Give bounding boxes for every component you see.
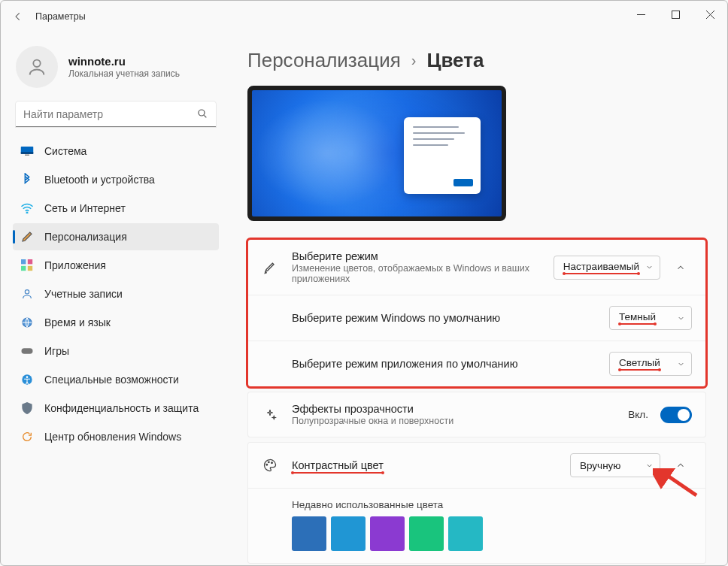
transparency-group: Эффекты прозрачности Полупрозрачные окна… (247, 392, 706, 437)
svg-point-15 (26, 376, 29, 378)
profile-info: winnote.ru Локальная учетная запись (68, 55, 180, 79)
search-box (16, 101, 216, 127)
back-button[interactable] (7, 5, 29, 28)
accent-dropdown[interactable]: Вручную (570, 453, 660, 477)
sparkle-icon (262, 407, 278, 423)
chevron-down-icon (645, 263, 654, 271)
nav-accounts[interactable]: Учетные записи (13, 280, 219, 307)
minimize-button[interactable] (623, 1, 658, 28)
nav-label: Приложения (44, 259, 106, 271)
profile-block[interactable]: winnote.ru Локальная учетная запись (13, 41, 219, 101)
svg-point-17 (268, 462, 270, 463)
search-icon (196, 107, 208, 120)
row-transparency[interactable]: Эффекты прозрачности Полупрозрачные окна… (248, 392, 705, 437)
windows-mode-dropdown[interactable]: Темный (609, 306, 692, 330)
theme-preview (247, 86, 506, 221)
svg-point-1 (33, 60, 40, 67)
paintbrush-icon (20, 230, 34, 244)
color-swatch[interactable] (370, 516, 405, 551)
breadcrumb: Персонализация › Цвета (247, 49, 706, 72)
bluetooth-icon (20, 173, 34, 186)
nav-label: Конфиденциальность и защита (44, 402, 199, 414)
nav-label: Bluetooth и устройства (44, 174, 155, 186)
row-app-mode: Выберите режим приложения по умолчанию С… (248, 341, 705, 386)
mode-title: Выберите режим (292, 250, 540, 262)
gamepad-icon (20, 344, 34, 358)
svg-point-18 (271, 462, 273, 464)
chevron-down-icon (677, 314, 685, 322)
windows-mode-label: Выберите режим Windows по умолчанию (292, 312, 596, 324)
nav-label: Время и язык (44, 316, 111, 328)
nav-system[interactable]: Система (13, 138, 219, 165)
row-choose-mode[interactable]: Выберите режим Изменение цветов, отображ… (248, 240, 705, 295)
nav-label: Центр обновления Windows (44, 431, 181, 443)
transparency-toggle[interactable] (660, 407, 692, 423)
recent-colors (248, 513, 705, 563)
chevron-right-icon: › (411, 52, 417, 69)
svg-rect-10 (28, 266, 32, 271)
svg-rect-8 (28, 259, 32, 264)
chevron-down-icon (645, 462, 654, 470)
nav-label: Игры (44, 345, 69, 357)
row-accent-color[interactable]: Контрастный цвет Вручную (248, 443, 705, 488)
nav-time-language[interactable]: Время и язык (13, 309, 219, 336)
color-swatch[interactable] (448, 516, 483, 551)
mode-desc: Изменение цветов, отображаемых в Windows… (292, 263, 540, 284)
accent-group: Контрастный цвет Вручную Недавно использ… (247, 442, 706, 564)
nav-list: Система Bluetooth и устройства Сеть и Ин… (13, 138, 219, 450)
color-swatch[interactable] (331, 516, 366, 551)
user-icon (20, 287, 34, 301)
avatar-icon (16, 46, 58, 88)
accent-title: Контрастный цвет (292, 459, 384, 474)
nav-bluetooth[interactable]: Bluetooth и устройства (13, 166, 219, 193)
svg-rect-4 (21, 153, 34, 154)
maximize-button[interactable] (658, 1, 693, 28)
nav-accessibility[interactable]: Специальные возможности (13, 366, 219, 393)
window-controls (623, 1, 727, 28)
nav-label: Сеть и Интернет (44, 202, 126, 214)
svg-rect-7 (21, 259, 26, 264)
app-mode-value: Светлый (619, 357, 660, 371)
titlebar: Параметры (1, 1, 727, 32)
app-mode-label: Выберите режим приложения по умолчанию (292, 358, 596, 370)
row-recent-colors-label: Недавно использованные цвета (248, 488, 705, 513)
row-windows-mode: Выберите режим Windows по умолчанию Темн… (248, 295, 705, 341)
apps-icon (20, 259, 34, 272)
mode-dropdown[interactable]: Настраиваемый (554, 256, 660, 280)
accessibility-icon (20, 373, 34, 386)
monitor-icon (20, 144, 34, 158)
close-button[interactable] (693, 1, 727, 28)
color-swatch[interactable] (292, 516, 326, 551)
nav-network[interactable]: Сеть и Интернет (13, 195, 219, 222)
recent-colors-label: Недавно использованные цвета (292, 499, 692, 510)
svg-rect-5 (25, 155, 29, 156)
expand-toggle[interactable] (669, 256, 692, 279)
palette-icon (262, 457, 278, 474)
chevron-down-icon (677, 360, 685, 368)
breadcrumb-parent[interactable]: Персонализация (247, 49, 401, 72)
nav-label: Учетные записи (44, 288, 123, 300)
nav-apps[interactable]: Приложения (13, 252, 219, 279)
svg-point-11 (25, 290, 29, 294)
svg-rect-13 (22, 348, 33, 354)
svg-rect-0 (672, 11, 679, 18)
svg-point-16 (266, 464, 268, 465)
profile-subtitle: Локальная учетная запись (68, 68, 180, 79)
globe-icon (20, 316, 34, 329)
breadcrumb-current: Цвета (426, 49, 484, 72)
brush-icon (262, 259, 278, 276)
nav-windows-update[interactable]: Центр обновления Windows (13, 423, 219, 450)
transparency-title: Эффекты прозрачности (292, 403, 614, 415)
app-mode-dropdown[interactable]: Светлый (609, 352, 692, 376)
sidebar: winnote.ru Локальная учетная запись Сист… (1, 32, 226, 565)
nav-personalization[interactable]: Персонализация (13, 223, 219, 250)
nav-privacy[interactable]: Конфиденциальность и защита (13, 395, 219, 422)
shield-icon (20, 401, 34, 415)
profile-name: winnote.ru (68, 55, 180, 68)
nav-label: Система (44, 145, 86, 157)
nav-gaming[interactable]: Игры (13, 337, 219, 365)
expand-toggle[interactable] (669, 454, 692, 477)
color-swatch[interactable] (409, 516, 444, 551)
search-input[interactable] (16, 101, 216, 127)
svg-rect-9 (21, 266, 26, 271)
